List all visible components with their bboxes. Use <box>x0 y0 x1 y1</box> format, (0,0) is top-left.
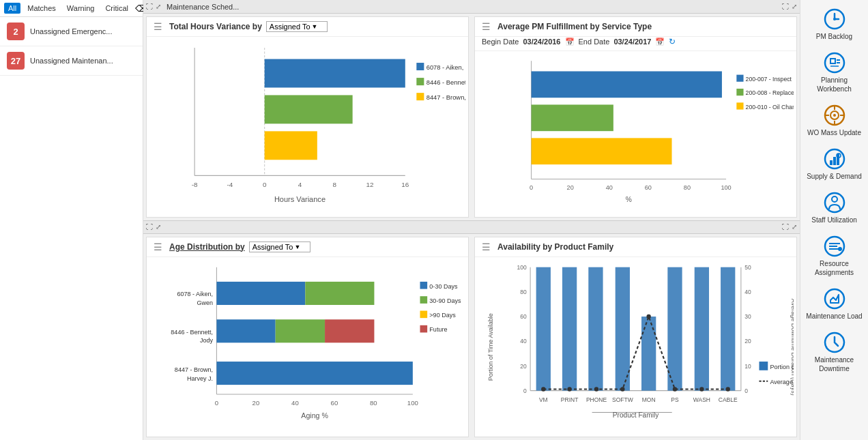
chevron-down-icon-age: ▼ <box>294 244 300 250</box>
dot-print <box>567 387 571 391</box>
left-panel: All Matches Warning Critical ⌫ 2 Unassig… <box>0 0 143 440</box>
assigned-to-dropdown-hours[interactable]: Assigned To ▼ <box>266 21 328 32</box>
sidebar-label-maintenance-downtime: Maintenance Downtime <box>803 355 865 373</box>
resize-icon-4[interactable]: ⛶ <box>782 223 789 231</box>
svg-text:0: 0 <box>530 184 533 191</box>
svg-text:Jody: Jody <box>200 337 214 344</box>
calendar-end-icon[interactable]: 📅 <box>655 38 665 46</box>
chart-divider: ⛶ ⤢ ⛶ ⤢ <box>143 220 800 234</box>
bar-age-8446-future <box>325 319 374 342</box>
chart-menu-icon-age[interactable]: ☰ <box>154 241 162 252</box>
sidebar-item-maintenance-downtime[interactable]: Maintenance Downtime <box>800 326 868 379</box>
expand-icon-2[interactable]: ⤢ <box>792 3 797 10</box>
chart-body-hours: -8 -4 0 4 8 12 16 Hours Variance 6078 - … <box>147 37 468 217</box>
svg-rect-51 <box>420 310 428 318</box>
charts-area: ☰ Total Hours Variance by Assigned To ▼ <box>143 14 800 440</box>
svg-text:VM: VM <box>539 396 548 402</box>
svg-text:100: 100 <box>407 398 418 406</box>
alert-badge-emergency: 2 <box>7 23 25 40</box>
svg-text:100: 100 <box>517 263 527 270</box>
refresh-icon[interactable]: ↻ <box>669 37 676 46</box>
expand-icon-3[interactable]: ⤢ <box>156 223 161 231</box>
alert-maintenance[interactable]: 27 Unassigned Maintenan... <box>0 46 143 76</box>
dropdown-value-hours: Assigned To <box>270 23 310 31</box>
svg-text:4: 4 <box>298 181 302 188</box>
svg-text:PS: PS <box>671 396 679 402</box>
svg-text:Portion of Time Av...: Portion of Time Av... <box>770 363 794 370</box>
bar-avail-softw <box>616 267 630 390</box>
svg-text:0: 0 <box>263 181 267 188</box>
sidebar-label-staff-utilization: Staff Utilization <box>811 216 857 224</box>
svg-rect-15 <box>416 93 424 100</box>
dot-cable <box>726 387 730 391</box>
svg-text:PRINT: PRINT <box>561 396 579 402</box>
resize-icon-1[interactable]: ⛶ <box>146 3 153 10</box>
bar-hours-8447 <box>265 131 317 160</box>
right-sidebar: PM Backlog Planning Workbench WO Mass Up… <box>800 0 868 440</box>
resize-icon-2[interactable]: ⛶ <box>782 3 789 10</box>
svg-text:16: 16 <box>401 181 409 188</box>
svg-text:Product Family: Product Family <box>613 411 659 419</box>
chart-body-avail: Portion of Time Available 0 20 40 60 <box>475 257 796 437</box>
svg-text:80: 80 <box>684 184 691 191</box>
sidebar-item-wo-mass-update[interactable]: WO Mass Update <box>800 99 868 143</box>
bar-age-8446-030 <box>216 319 275 342</box>
svg-rect-89 <box>830 59 835 63</box>
svg-text:8447 - Brown,: 8447 - Brown, <box>175 366 213 372</box>
sidebar-item-pm-backlog[interactable]: PM Backlog <box>800 3 868 46</box>
svg-text:MON: MON <box>642 396 656 402</box>
sidebar-label-wo-mass-update: WO Mass Update <box>807 128 861 137</box>
end-date-label: End Date <box>579 38 610 46</box>
svg-rect-49 <box>420 296 428 304</box>
top-charts-row: ☰ Total Hours Variance by Assigned To ▼ <box>143 14 800 220</box>
svg-text:8446 - Bennett,: 8446 - Bennett, <box>171 328 213 335</box>
chart-menu-icon-pm[interactable]: ☰ <box>482 21 491 32</box>
chart-total-hours-variance: ☰ Total Hours Variance by Assigned To ▼ <box>146 16 469 218</box>
tab-matches[interactable]: Matches <box>23 3 60 14</box>
svg-rect-30 <box>736 102 743 109</box>
tab-warning[interactable]: Warning <box>63 3 99 14</box>
svg-rect-53 <box>420 325 428 332</box>
dot-ps <box>673 387 677 391</box>
sidebar-label-planning-workbench: Planning Workbench <box>803 76 865 93</box>
expand-icon-4[interactable]: ⤢ <box>792 223 797 231</box>
sidebar-item-planning-workbench[interactable]: Planning Workbench <box>800 46 868 99</box>
chart-header-hours: ☰ Total Hours Variance by Assigned To ▼ <box>147 17 468 37</box>
sidebar-item-maintenance-load[interactable]: Maintenance Load <box>800 282 868 326</box>
svg-text:Portion of Time Available: Portion of Time Available <box>487 313 494 381</box>
calendar-begin-icon[interactable]: 📅 <box>565 38 575 46</box>
alert-emergency[interactable]: 2 Unassigned Emergenc... <box>0 17 143 46</box>
bar-pm-010 <box>532 138 672 164</box>
svg-text:6078 - Aiken, Gwen: 6078 - Aiken, Gwen <box>426 64 465 71</box>
resize-icon-3[interactable]: ⛶ <box>146 223 153 231</box>
tab-critical[interactable]: Critical <box>101 3 132 14</box>
svg-text:10: 10 <box>744 362 751 369</box>
wo-mass-update-icon <box>824 104 845 126</box>
chart-header-pm: ☰ Average PM Fulfillment by Service Type <box>475 17 796 37</box>
chart-menu-icon-avail[interactable]: ☰ <box>482 241 491 252</box>
sidebar-item-supply-demand[interactable]: Supply & Demand <box>800 143 868 186</box>
resource-assignments-icon <box>824 235 845 257</box>
chart-title-hours: Total Hours Variance by <box>169 22 262 31</box>
sidebar-label-resource-assignments: Resource Assignments <box>803 259 865 277</box>
window-title: Maintenance Sched... <box>167 3 239 11</box>
expand-icon-1[interactable]: ⤢ <box>156 3 161 10</box>
sidebar-item-staff-utilization[interactable]: Staff Utilization <box>800 186 868 230</box>
assigned-to-dropdown-age[interactable]: Assigned To ▼ <box>249 241 311 252</box>
svg-text:0: 0 <box>215 398 218 406</box>
svg-text:8447 - Brown, Har...: 8447 - Brown, Har... <box>426 94 465 101</box>
svg-text:40: 40 <box>520 338 527 344</box>
svg-text:0-30 Days: 0-30 Days <box>429 282 458 289</box>
svg-rect-102 <box>833 157 836 165</box>
dot-phone <box>594 387 598 391</box>
chart-body-age: 6078 - Aiken, Gwen 8446 - Bennett, Jody … <box>147 257 468 437</box>
svg-point-106 <box>832 196 837 202</box>
chart-body-pm: 0 20 40 60 80 100 % 200-007 - Inspect ..… <box>475 51 796 217</box>
svg-text:20: 20 <box>252 398 260 406</box>
maintenance-load-icon <box>824 288 845 310</box>
bar-avail-wash <box>695 267 709 390</box>
alert-label-maintenance: Unassigned Maintenan... <box>30 57 113 65</box>
sidebar-item-resource-assignments[interactable]: Resource Assignments <box>800 230 868 282</box>
chart-menu-icon-hours[interactable]: ☰ <box>154 21 162 32</box>
tab-all[interactable]: All <box>4 3 20 14</box>
